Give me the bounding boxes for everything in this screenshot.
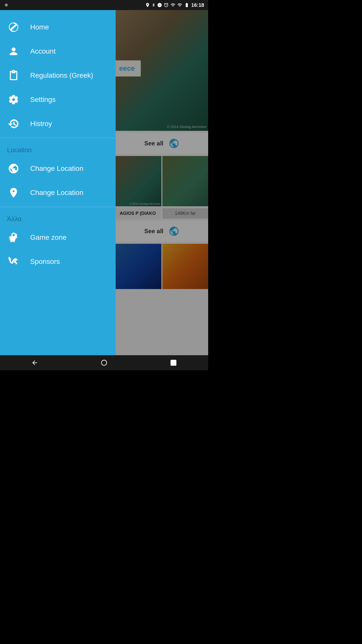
home-icon [7, 21, 20, 34]
back-icon [31, 359, 38, 366]
home-label: Home [30, 23, 49, 31]
regulations-label: Regulations (Greek) [30, 71, 93, 79]
svg-point-0 [5, 4, 8, 7]
status-bar: 16:18 [0, 0, 208, 10]
recent-icon [170, 359, 177, 366]
handshake-icon [7, 255, 20, 268]
history-label: Histroy [30, 120, 52, 128]
battery-status-icon [184, 3, 190, 8]
game-zone-label: Game zone [30, 233, 67, 242]
content-overlay [116, 10, 208, 355]
sidebar-item-game-zone[interactable]: Game zone [0, 225, 116, 250]
sidebar-item-home[interactable]: Home [0, 15, 116, 39]
divider-other [0, 207, 116, 207]
globe-menu-icon [7, 162, 20, 175]
sidebar-item-sponsors[interactable]: Sponsors [0, 250, 116, 274]
settings-icon [7, 93, 20, 106]
other-section-header: Άλλα [0, 209, 116, 225]
sponsors-label: Sponsors [30, 258, 60, 266]
account-icon [7, 45, 20, 58]
svg-point-1 [102, 360, 107, 366]
history-icon [7, 117, 20, 130]
sidebar-item-change-location-pin[interactable]: Change Location [0, 181, 116, 205]
nav-home-icon [101, 359, 108, 366]
book-icon [7, 69, 20, 82]
location-section-header: Location [0, 140, 116, 156]
sidebar-item-change-location-globe[interactable]: Change Location [0, 156, 116, 181]
svg-rect-2 [171, 360, 176, 366]
status-left [4, 3, 9, 7]
main-container: eece © 2014 Geotag Aeroview See all © 20… [0, 10, 208, 355]
nav-home-button[interactable] [97, 358, 112, 368]
sidebar-item-settings[interactable]: Settings [0, 88, 116, 112]
status-right: 16:18 [145, 2, 204, 8]
sidebar-drawer: Home Account Regulations (Greek) [0, 10, 116, 355]
pin-menu-icon [7, 186, 20, 199]
nav-back-button[interactable] [27, 358, 42, 368]
content-area: eece © 2014 Geotag Aeroview See all © 20… [116, 10, 208, 355]
account-label: Account [30, 47, 56, 55]
alarm-status-icon [164, 3, 169, 8]
nav-recent-button[interactable] [166, 358, 181, 368]
sidebar-item-account[interactable]: Account [0, 39, 116, 63]
change-location-pin-label: Change Location [30, 189, 83, 197]
divider-location [0, 138, 116, 138]
bottom-navigation [0, 355, 208, 370]
dnd-status-icon [157, 3, 162, 8]
change-location-globe-label: Change Location [30, 165, 83, 173]
sidebar-item-regulations[interactable]: Regulations (Greek) [0, 63, 116, 88]
status-time: 16:18 [191, 2, 204, 8]
wifi-status-icon [4, 3, 9, 7]
settings-label: Settings [30, 96, 56, 104]
signal-status-icon [177, 3, 182, 8]
sidebar-item-history[interactable]: Histroy [0, 112, 116, 136]
wifi-signal-status-icon [170, 3, 176, 8]
bluetooth-status-icon [152, 3, 156, 8]
octopus-icon [7, 231, 20, 244]
location-status-icon [145, 3, 150, 8]
